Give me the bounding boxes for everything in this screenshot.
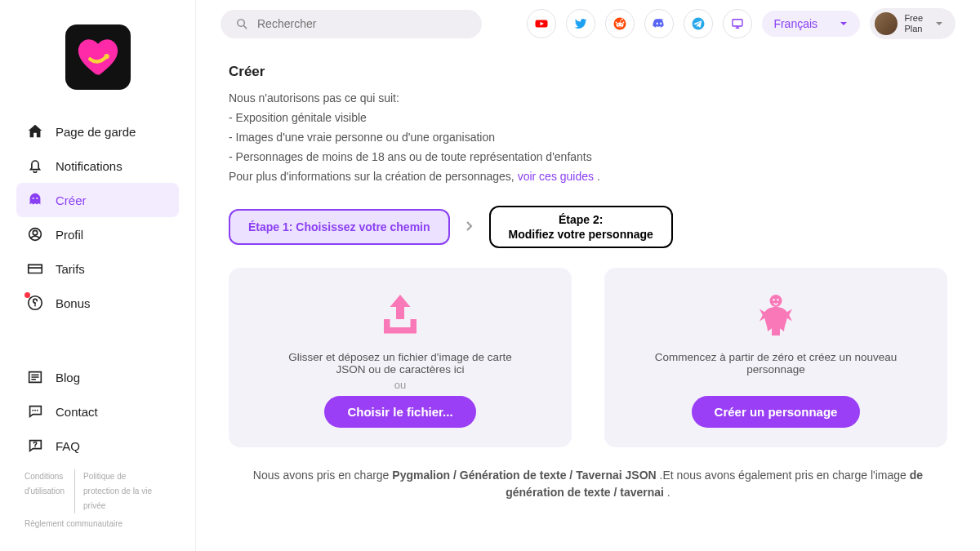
chevron-right-icon [465,220,474,234]
nav-label: Tarifs [56,262,85,276]
svg-point-12 [621,19,623,20]
plan-text: Free Plan [904,13,923,33]
nav-label: Contact [56,405,98,419]
nav-label: Créer [56,193,87,207]
chevron-down-icon [934,19,944,29]
main: Français Free Plan Créer Nous n'autoriso… [196,0,980,551]
nav-lower: Blog Contact FAQ [0,360,195,463]
twitter-link[interactable] [566,9,595,38]
svg-point-16 [773,299,775,301]
nav-blog[interactable]: Blog [16,360,179,394]
svg-point-9 [621,24,623,25]
ghost-icon [26,191,44,209]
person-icon [751,291,800,340]
badge-dot [24,292,30,298]
svg-point-1 [32,410,33,411]
app-logo[interactable] [65,24,131,90]
language-selector[interactable]: Français [762,11,860,37]
nav-label: Bonus [56,296,91,310]
discord-link[interactable] [644,9,674,38]
faq-icon [26,437,44,455]
svg-point-11 [616,22,617,24]
telegram-link[interactable] [684,9,713,38]
avatar [875,12,898,35]
rule-text: - Images d'une vraie personne ou d'une o… [229,131,947,144]
step-1[interactable]: Étape 1: Choisissez votre chemin [229,209,450,245]
svg-point-8 [618,24,620,25]
svg-point-0 [104,54,109,59]
search-input[interactable] [257,17,467,30]
nav-home[interactable]: Page de garde [16,114,179,149]
page-title: Créer [229,64,947,80]
chat-icon [26,402,44,420]
svg-point-4 [238,19,245,25]
intro-text: Nous n'autorisons pas ce qui suit: [229,91,947,104]
bell-icon [26,157,44,175]
nav-pricing[interactable]: Tarifs [16,251,179,286]
footer-privacy[interactable]: Politique de protection de la vie privée [83,469,163,513]
content: Créer Nous n'autorisons pas ce qui suit:… [196,47,980,524]
create-card[interactable]: Commencez à partir de zéro et créez un n… [604,268,947,447]
nav-contact[interactable]: Contact [16,394,179,429]
svg-point-3 [37,410,38,411]
create-character-button[interactable]: Créer un personnage [692,396,861,428]
search-box[interactable] [220,10,482,38]
nav-faq[interactable]: FAQ [16,429,179,463]
svg-point-10 [623,22,625,24]
home-icon [26,122,44,140]
footer-community[interactable]: Règlement communautaire [24,517,131,531]
plan-selector[interactable]: Free Plan [870,8,956,39]
upload-card[interactable]: Glisser et déposez un fichier d'image de… [229,268,572,447]
upload-or: ou [394,379,406,391]
footer-terms[interactable]: Conditions d'utilisation [24,469,75,513]
step-2[interactable]: Étape 2: Modifiez votre personnage [489,206,673,248]
support-text: Nous avons pris en charge Pygmalion / Gé… [229,467,947,501]
footer-links: Conditions d'utilisation Politique de pr… [0,463,195,535]
main-nav: Page de garde Notifications Créer Profil… [0,114,195,360]
blog-icon [26,368,44,386]
nav-bonus[interactable]: Bonus [16,286,179,320]
nav-label: Notifications [56,159,122,173]
upload-icon [376,291,425,340]
card-icon [26,260,44,278]
svg-point-17 [777,299,779,301]
reddit-link[interactable] [605,9,635,38]
nav-notifications[interactable]: Notifications [16,149,179,183]
desktop-link[interactable] [723,9,752,38]
choose-file-button[interactable]: Choisir le fichier... [324,396,475,428]
profile-icon [26,225,44,243]
nav-label: FAQ [56,439,80,453]
youtube-link[interactable] [527,9,556,38]
bonus-icon [26,294,44,312]
rule-text: - Personnages de moins de 18 ans ou de t… [229,150,947,163]
svg-point-15 [770,295,782,307]
nav-label: Blog [56,371,80,384]
language-label: Français [773,17,817,30]
nav-label: Profil [56,228,83,242]
nav-profile[interactable]: Profil [16,217,179,251]
nav-create[interactable]: Créer [16,183,179,217]
upload-text: Glisser et déposez un fichier d'image de… [278,351,523,375]
chevron-down-icon [839,19,849,29]
guide-link[interactable]: voir ces guides [518,170,594,183]
steps: Étape 1: Choisissez votre chemin Étape 2… [229,206,947,248]
rule-text: - Exposition génitale visible [229,111,947,124]
sidebar: Page de garde Notifications Créer Profil… [0,0,196,551]
search-icon [235,17,249,31]
nav-label: Page de garde [56,125,136,139]
create-text: Commencez à partir de zéro et créez un n… [653,351,898,375]
cards: Glisser et déposez un fichier d'image de… [229,268,947,447]
guide-text: Pour plus d'informations sur la création… [229,170,947,183]
topbar: Français Free Plan [196,0,980,47]
svg-rect-14 [733,20,742,26]
svg-point-2 [34,410,36,411]
